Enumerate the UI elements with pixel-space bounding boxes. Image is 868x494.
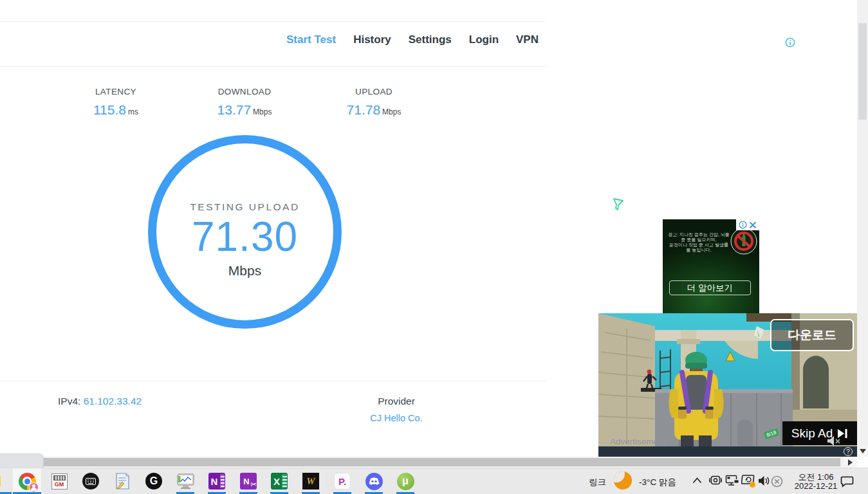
ip-label: IPv4: xyxy=(58,396,80,407)
onenote-clipper-icon: N ✂ xyxy=(240,473,257,489)
download-label: DOWNLOAD xyxy=(190,87,299,96)
video-ad[interactable]: 다운로드 8/18 Skip Ad Advertisement ? xyxy=(598,313,857,457)
excel-icon: X xyxy=(271,473,288,489)
adchoices-bar xyxy=(736,219,759,230)
header-divider xyxy=(0,21,546,22)
provider-link[interactable]: CJ Hello Co. xyxy=(347,413,445,423)
taskbar-chrome[interactable] xyxy=(13,468,41,494)
taskbar-kakaotalk[interactable] xyxy=(0,468,6,494)
stat-upload: UPLOAD 71.78Mbps xyxy=(319,87,429,118)
tray-weather[interactable]: -3°C 맑음 xyxy=(639,477,676,488)
ip-row: IPv4: 61.102.33.42 xyxy=(58,396,142,407)
tray-network-icon[interactable] xyxy=(725,475,740,488)
advertisement-label: Advertisement xyxy=(610,437,665,446)
gauge-value: 71.30 xyxy=(156,213,333,261)
ip-address-link[interactable]: 61.102.33.42 xyxy=(84,396,142,407)
chrome-icon xyxy=(19,473,36,490)
gm-macro-icon: GM xyxy=(51,473,68,489)
tray-links-label[interactable]: 링크 xyxy=(589,477,606,488)
ad-learn-more-button[interactable]: 더 알아보기 xyxy=(669,280,751,295)
chrome-profile-badge xyxy=(29,482,39,492)
onenote-icon: N xyxy=(208,473,225,489)
ad-help-icon[interactable]: ? xyxy=(844,447,853,456)
latency-value: 115.8ms xyxy=(61,102,171,118)
weather-moon-icon[interactable] xyxy=(614,471,632,489)
taskbar-performance-monitor[interactable] xyxy=(171,468,199,494)
kakaotalk-icon xyxy=(0,473,1,489)
tray-circled-x-icon[interactable] xyxy=(771,475,783,488)
display-ad[interactable]: 경고: 지나친 음주는 간암, 뇌졸중 등을 일으키며, 운전이나 작업 중 사… xyxy=(663,219,759,315)
scroll-down-button[interactable] xyxy=(857,446,868,457)
provider-block: Provider CJ Hello Co. xyxy=(347,396,445,423)
tray-clock[interactable]: 오전 1:06 2022-12-21 xyxy=(786,473,845,491)
stat-latency: LATENCY 115.8ms xyxy=(61,87,171,118)
tray-speaker-icon[interactable] xyxy=(758,475,771,486)
skip-ad-button[interactable]: Skip Ad xyxy=(782,421,857,445)
keyboard-utility-icon xyxy=(82,473,99,489)
adchoices-info-icon[interactable] xyxy=(739,221,747,229)
tray-expand-chevron-icon[interactable] xyxy=(692,477,702,484)
provider-label: Provider xyxy=(347,396,445,407)
screen: Start Test History Settings Login VPN LA… xyxy=(0,0,868,494)
gauge-status: TESTING UPLOAD xyxy=(156,201,333,213)
download-value: 13.77Mbps xyxy=(190,102,299,118)
taskbar-gm-macro[interactable]: GM xyxy=(45,468,73,494)
nav-divider xyxy=(0,66,547,67)
tray-camera-icon[interactable] xyxy=(708,475,723,487)
ad-warning-text: 경고: 지나친 음주는 간암, 뇌졸중 등을 일으키며, 운전이나 작업 중 사… xyxy=(668,232,730,253)
clock-time: 오전 1:06 xyxy=(786,473,845,482)
scroll-right-button[interactable] xyxy=(843,457,857,468)
notepad-icon xyxy=(115,473,130,489)
stat-download: DOWNLOAD 13.77Mbps xyxy=(190,87,299,118)
performance-monitor-icon xyxy=(177,473,194,489)
info-icon[interactable] xyxy=(785,37,795,48)
taskbar-onenote-clipper[interactable]: N ✂ xyxy=(234,468,263,494)
nav-start-test[interactable]: Start Test xyxy=(286,33,336,46)
taskbar-excel[interactable]: X xyxy=(265,468,293,494)
upload-label: UPLOAD xyxy=(319,87,429,96)
clock-date: 2022-12-21 xyxy=(786,482,845,491)
taskbar: GM G xyxy=(0,468,868,494)
taskbar-p-app[interactable]: P. xyxy=(328,468,356,494)
nav-settings[interactable]: Settings xyxy=(409,33,452,46)
video-download-button[interactable]: 다운로드 xyxy=(770,319,854,351)
scroll-right-icon xyxy=(848,459,853,466)
writing-app-icon: W xyxy=(302,473,319,489)
ad-close-icon[interactable] xyxy=(749,221,757,229)
upload-value: 71.78Mbps xyxy=(319,102,429,118)
main-nav: Start Test History Settings Login VPN xyxy=(0,33,547,46)
browser-status-bubble xyxy=(0,453,44,468)
latency-unit: ms xyxy=(128,107,138,116)
horizontal-scrollbar-thumb[interactable] xyxy=(1,458,840,466)
download-unit: Mbps xyxy=(253,107,272,116)
adchoices-funnel-icon[interactable] xyxy=(611,197,625,212)
no-alcohol-badge-icon xyxy=(730,228,757,255)
taskbar-keyboard-utility[interactable] xyxy=(77,468,105,494)
latency-label: LATENCY xyxy=(61,87,171,96)
footer-divider xyxy=(0,381,547,381)
nav-history[interactable]: History xyxy=(353,33,391,46)
video-control-strip: ? xyxy=(598,446,857,457)
taskbar-onenote[interactable]: N xyxy=(203,468,231,494)
speed-gauge: TESTING UPLOAD 71.30 Mbps xyxy=(148,135,342,329)
utorrent-icon: µ xyxy=(397,473,414,490)
scroll-down-icon xyxy=(860,449,866,453)
tray-update-icon[interactable] xyxy=(741,474,757,488)
nav-login[interactable]: Login xyxy=(469,33,499,46)
taskbar-utorrent[interactable]: µ xyxy=(391,468,420,494)
discord-icon xyxy=(365,473,383,490)
muted-speaker-icon[interactable] xyxy=(827,435,842,446)
taskbar-logitech-g[interactable]: G xyxy=(140,468,168,494)
logitech-g-icon: G xyxy=(145,473,162,489)
taskbar-notepad[interactable] xyxy=(108,468,136,494)
upload-unit: Mbps xyxy=(382,107,401,116)
action-center-icon[interactable] xyxy=(840,475,854,488)
vertical-scrollbar-thumb[interactable] xyxy=(858,23,867,120)
nav-vpn[interactable]: VPN xyxy=(516,33,539,46)
p-app-icon: P. xyxy=(334,473,351,489)
gauge-unit: Mbps xyxy=(156,263,333,279)
taskbar-discord[interactable] xyxy=(360,468,388,494)
taskbar-writing-app[interactable]: W xyxy=(297,468,325,494)
